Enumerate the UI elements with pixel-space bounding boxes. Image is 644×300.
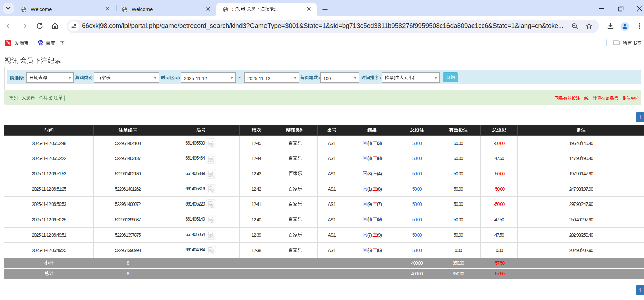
svg-text:du: du [40, 43, 42, 45]
